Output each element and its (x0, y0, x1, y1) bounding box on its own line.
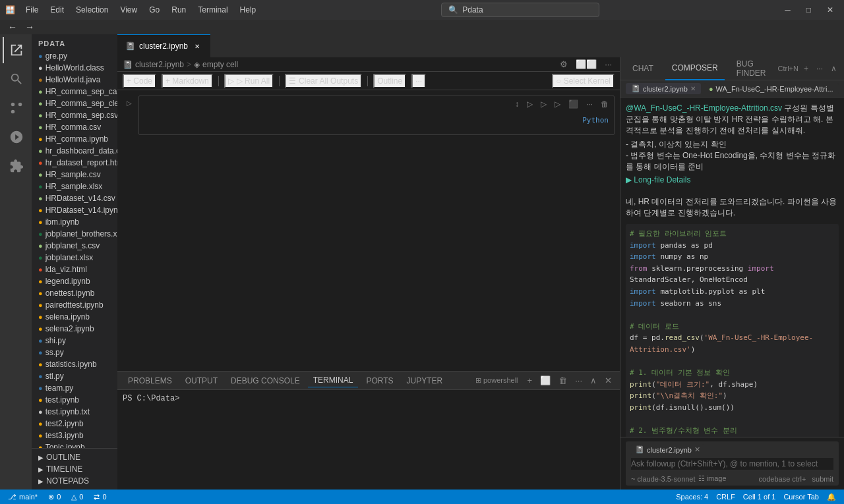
add-code-button[interactable]: + Code (123, 74, 156, 88)
sidebar-item-legend[interactable]: ● legend.ipynb (32, 275, 117, 287)
sidebar-item-jobplanet-s[interactable]: ● jobplanet_s.csv (32, 240, 117, 252)
add-markdown-button[interactable]: + Markdown (162, 74, 213, 88)
panel-collapse-btn[interactable]: ∧ (828, 63, 839, 74)
sidebar-item-helloworld-class[interactable]: ● HelloWorld.class (32, 62, 117, 74)
menu-edit[interactable]: Edit (45, 4, 69, 16)
tab-cluster2[interactable]: 📓 cluster2.ipynb ✕ (117, 34, 210, 57)
sidebar-item-topic[interactable]: ● Topic.ipynb (32, 441, 117, 448)
panel-tab-bug-finder[interactable]: BUG FINDER (730, 57, 773, 80)
cell-delete-btn[interactable]: 🗑 (598, 99, 611, 109)
settings-icon-btn[interactable]: ⚙ (557, 58, 570, 70)
sidebar-item-team[interactable]: ● team.py (32, 382, 117, 394)
submit-btn[interactable]: submit (812, 475, 833, 483)
sidebar-item-hr-capp[interactable]: ● HR_comma_sep_capp... (32, 86, 117, 98)
forward-button[interactable]: → (22, 20, 37, 34)
tab-jupyter[interactable]: JUPYTER (402, 374, 448, 387)
sidebar-item-ss[interactable]: ● ss.py (32, 347, 117, 358)
menu-run[interactable]: Run (166, 4, 191, 16)
menu-terminal[interactable]: Terminal (193, 4, 233, 16)
terminal-minimize-btn[interactable]: ∧ (588, 374, 599, 387)
notification-btn[interactable]: 🔔 (824, 493, 839, 501)
cell-run-above-btn[interactable]: ▷ (552, 99, 563, 109)
split-editor-btn[interactable]: ⬜⬜ (573, 58, 599, 70)
run-all-button[interactable]: ▷ ▷ Run All (224, 74, 274, 88)
branch-status[interactable]: ⎇ main* (5, 493, 40, 501)
select-kernel-button[interactable]: ○ Select Kernel (552, 74, 615, 88)
chat-content[interactable]: @WA_Fn-UseC_-HR-Employee-Attrition.csv 구… (620, 98, 844, 437)
file-tab-close[interactable]: ✕ (690, 85, 696, 92)
activity-source-control[interactable] (3, 95, 29, 121)
panel-add-btn[interactable]: + (801, 63, 811, 74)
spaces-status[interactable]: Spaces: 4 (673, 493, 711, 501)
sidebar-item-hrdataset-ipynb[interactable]: ● HRDataset_v14.ipynb... (32, 204, 117, 216)
tab-ports[interactable]: PORTS (361, 374, 398, 387)
panel-more-btn[interactable]: ··· (814, 63, 826, 74)
sidebar-item-hr-sep[interactable]: ● HR_comma_sep.csv (32, 109, 117, 121)
tab-terminal[interactable]: TERMINAL (308, 374, 359, 387)
chip-close-btn[interactable]: ✕ (694, 445, 700, 454)
sidebar-item-gre[interactable]: ● gre.py (32, 50, 117, 62)
sidebar-item-selena[interactable]: ● selena.ipynb (32, 311, 117, 323)
terminal-close-btn[interactable]: ✕ (602, 374, 615, 387)
menu-selection[interactable]: Selection (71, 4, 113, 16)
sidebar-item-lda[interactable]: ● lda_viz.html (32, 264, 117, 275)
cell-move-btn[interactable]: ↕ (512, 99, 522, 109)
sidebar-item-stl[interactable]: ● stl.py (32, 370, 117, 382)
long-file-details-btn[interactable]: ▶ Long-file Details (626, 175, 839, 184)
tab-debug-console[interactable]: DEBUG CONSOLE (226, 374, 305, 387)
sidebar-item-test2[interactable]: ● test2.ipynb (32, 418, 117, 430)
terminal-more-btn[interactable]: ··· (572, 374, 585, 387)
cell-content[interactable]: Python (142, 111, 611, 121)
tab-output[interactable]: OUTPUT (180, 374, 223, 387)
sidebar-outline[interactable]: ▶ OUTLINE (32, 451, 117, 463)
sidebar-notepads[interactable]: ▶ NOTEPADS (32, 475, 117, 487)
kill-terminal-btn[interactable]: 🗑 (556, 374, 570, 387)
sidebar-item-test3[interactable]: ● test3.ipynb (32, 430, 117, 441)
clear-all-button[interactable]: ☰ Clear All Outputs (285, 74, 362, 88)
panel-tab-chat[interactable]: CHAT (626, 57, 660, 80)
chat-tab-wa-fn[interactable]: ● WA_Fn-UseC_-HR-Employee-Attri... (704, 83, 839, 94)
close-button[interactable]: ✕ (822, 4, 839, 16)
sidebar-item-hr-comma-ipynb[interactable]: ● HR_comma.ipynb (32, 133, 117, 145)
sidebar-item-hr-report[interactable]: ● hr_dataset_report.html (32, 157, 117, 169)
minimize-button[interactable]: ─ (779, 4, 796, 16)
cell-body[interactable]: ↕ ▷ ▷ ▷ ⬛ ··· 🗑 Python (138, 96, 615, 135)
cell-run-next-btn[interactable]: ▷ (538, 99, 549, 109)
activity-search[interactable] (3, 66, 29, 92)
terminal-body[interactable]: PS C:\Pdata> (117, 390, 620, 490)
chat-tab-cluster2[interactable]: 📓 cluster2.ipynb ✕ (626, 83, 701, 94)
chat-input-field[interactable] (631, 458, 833, 470)
activity-extensions[interactable] (3, 153, 29, 179)
new-terminal-btn[interactable]: + (525, 374, 535, 387)
sidebar-item-test[interactable]: ● test.ipynb (32, 394, 117, 406)
sidebar-item-hr-clean[interactable]: ● HR_comma_sep_clean... (32, 98, 117, 109)
cell-more-btn[interactable]: ··· (584, 99, 595, 109)
sidebar-item-hr-sample-xlsx[interactable]: ● HR_sample.xlsx (32, 181, 117, 192)
activity-explorer[interactable] (3, 37, 29, 63)
sidebar-timeline[interactable]: ▶ TIMELINE (32, 463, 117, 475)
tab-close-button[interactable]: ✕ (192, 41, 202, 51)
outline-button[interactable]: Outline (373, 74, 406, 88)
sidebar-item-pairedttest[interactable]: ● pairedttest.ipynb (32, 299, 117, 311)
sidebar-item-ibm[interactable]: ● ibm.ipynb (32, 216, 117, 228)
sidebar-item-selena2[interactable]: ● selena2.ipynb (32, 323, 117, 335)
warnings-status[interactable]: △ 0 (69, 493, 86, 501)
cursor-status[interactable]: Cursor Tab (781, 493, 822, 501)
split-terminal-btn[interactable]: ⬜ (537, 374, 553, 387)
menu-file[interactable]: File (20, 4, 44, 16)
source-control-status[interactable]: ⇄ 0 (91, 493, 109, 501)
sidebar-item-helloworld-java[interactable]: ● HelloWorld.java (32, 74, 117, 86)
activity-run-debug[interactable] (3, 124, 29, 150)
more-button[interactable]: ··· (411, 74, 426, 88)
sidebar-item-hr-comma[interactable]: ● HR_comma.csv (32, 121, 117, 133)
menu-help[interactable]: Help (235, 4, 262, 16)
sidebar-item-shi[interactable]: ● shi.py (32, 335, 117, 347)
menu-go[interactable]: Go (144, 4, 165, 16)
encoding-status[interactable]: CRLF (713, 493, 738, 501)
menu-view[interactable]: View (115, 4, 142, 16)
errors-status[interactable]: ⊗ 0 (45, 493, 63, 501)
tab-problems[interactable]: PROBLEMS (123, 374, 177, 387)
maximize-button[interactable]: □ (801, 4, 816, 16)
sidebar-item-hrdataset[interactable]: ● HRDataset_v14.csv (32, 192, 117, 204)
sidebar-item-hr-sample-csv[interactable]: ● HR_sample.csv (32, 169, 117, 181)
